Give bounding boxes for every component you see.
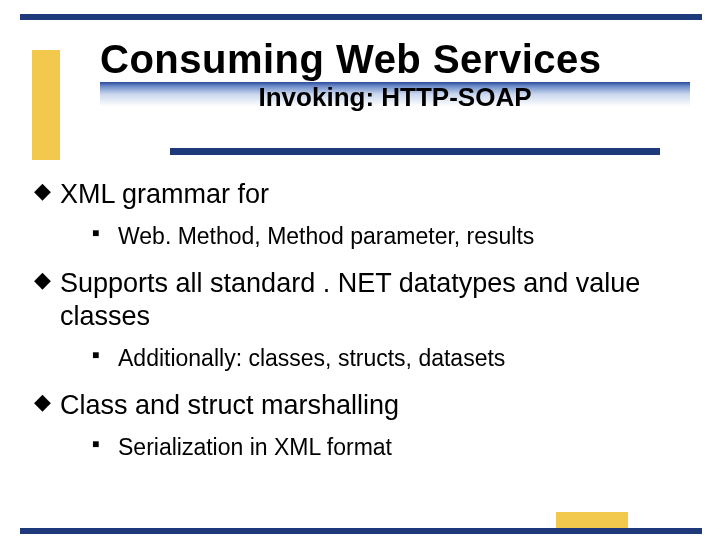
list-item: ◆ Supports all standard . NET datatypes … [34,267,680,335]
list-item: ◆ Class and struct marshalling [34,389,680,423]
sub-list-item-text: Additionally: classes, structs, datasets [118,344,505,373]
slide: Consuming Web Services Invoking: HTTP-SO… [0,0,720,540]
subtitle-band: Invoking: HTTP-SOAP [100,82,690,117]
list-item: ◆ XML grammar for [34,178,680,212]
square-bullet-icon: ■ [92,344,118,367]
diamond-bullet-icon: ◆ [34,389,60,415]
sub-list-item-text: Serialization in XML format [118,433,392,462]
square-bullet-icon: ■ [92,433,118,456]
sub-list-item: ■ Serialization in XML format [92,433,680,462]
title-block: Consuming Web Services Invoking: HTTP-SO… [100,38,690,117]
footer-rule [20,528,702,534]
side-accent [32,50,60,160]
slide-subtitle: Invoking: HTTP-SOAP [100,82,690,113]
content: ◆ XML grammar for ■ Web. Method, Method … [34,178,680,477]
slide-title: Consuming Web Services [100,38,690,80]
sub-list-item: ■ Additionally: classes, structs, datase… [92,344,680,373]
diamond-bullet-icon: ◆ [34,267,60,293]
square-bullet-icon: ■ [92,222,118,245]
list-item-text: Supports all standard . NET datatypes an… [60,267,680,335]
diamond-bullet-icon: ◆ [34,178,60,204]
list-item-text: Class and struct marshalling [60,389,399,423]
list-item-text: XML grammar for [60,178,269,212]
mid-rule [170,148,660,155]
top-rule [20,14,702,20]
sub-list-item-text: Web. Method, Method parameter, results [118,222,534,251]
sub-list-item: ■ Web. Method, Method parameter, results [92,222,680,251]
